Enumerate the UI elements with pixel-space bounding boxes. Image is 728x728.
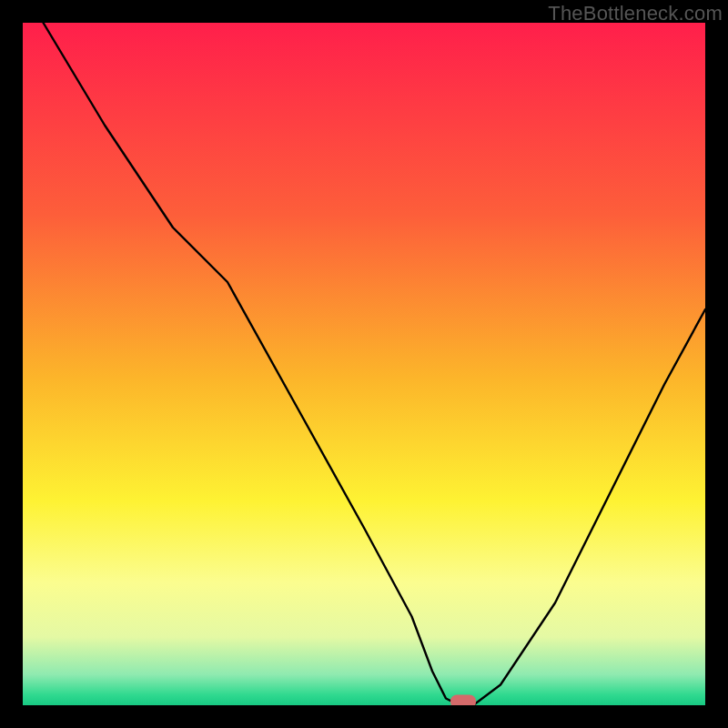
chart-frame: TheBottleneck.com	[0, 0, 728, 728]
plot-area	[23, 23, 705, 705]
background-gradient	[23, 23, 705, 705]
watermark-text: TheBottleneck.com	[548, 2, 723, 25]
